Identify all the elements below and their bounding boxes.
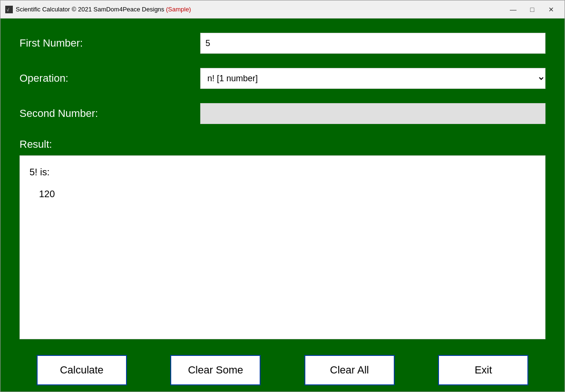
minimize-button[interactable]: — <box>505 3 522 16</box>
button-bar: Calculate Clear Some Clear All Exit <box>0 349 565 392</box>
result-line1: 5! is: <box>29 163 536 181</box>
result-value: 120 <box>39 185 536 202</box>
clear-some-button[interactable]: Clear Some <box>170 355 261 385</box>
second-number-row: Second Number: <box>19 103 546 124</box>
second-number-label: Second Number: <box>19 107 200 120</box>
app-window: √ Scientific Calculator © 2021 SamDom4Pe… <box>0 0 565 392</box>
second-number-input[interactable] <box>200 103 546 124</box>
first-number-input[interactable] <box>200 33 546 54</box>
operation-row: Operation: n! [1 number] + [2 numbers] -… <box>19 68 546 89</box>
title-bar: √ Scientific Calculator © 2021 SamDom4Pe… <box>0 0 565 19</box>
operation-label: Operation: <box>19 72 200 85</box>
svg-text:√: √ <box>7 8 9 12</box>
result-box: 5! is: 120 <box>19 155 546 339</box>
window-title: Scientific Calculator © 2021 SamDom4Peac… <box>16 6 505 13</box>
exit-button[interactable]: Exit <box>438 355 528 385</box>
main-content: First Number: Operation: n! [1 number] +… <box>0 19 565 349</box>
clear-all-button[interactable]: Clear All <box>304 355 395 385</box>
window-controls: — □ ✕ <box>505 3 560 16</box>
result-label: Result: <box>19 138 546 151</box>
operation-select[interactable]: n! [1 number] + [2 numbers] - [2 numbers… <box>200 68 546 89</box>
maximize-button[interactable]: □ <box>524 3 541 16</box>
calculate-button[interactable]: Calculate <box>37 355 127 385</box>
first-number-row: First Number: <box>19 33 546 54</box>
first-number-label: First Number: <box>19 37 200 49</box>
app-icon: √ <box>5 6 13 13</box>
close-button[interactable]: ✕ <box>543 3 560 16</box>
